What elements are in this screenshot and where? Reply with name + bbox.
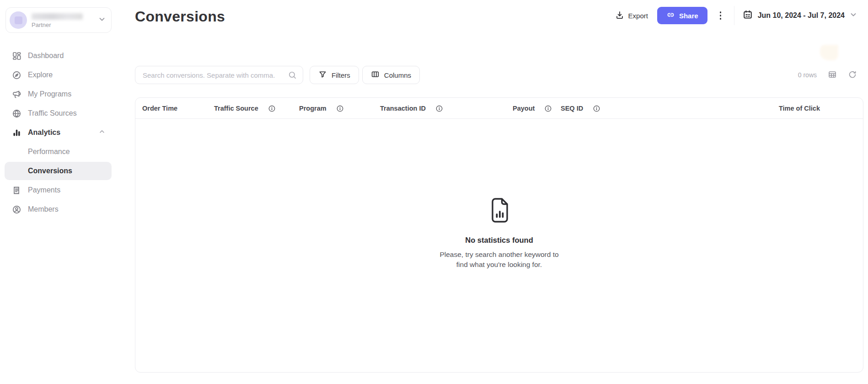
column-header-transaction-id: Transaction ID	[380, 98, 443, 119]
columns-label: Columns	[384, 71, 411, 79]
table-toolbar: Filters Columns 0 rows	[135, 66, 858, 84]
sidebar-item-analytics[interactable]: Analytics	[5, 123, 112, 142]
column-header-time-of-click: Time of Click	[779, 98, 820, 119]
empty-state-message-line2: find what you're looking for.	[456, 261, 542, 268]
header-actions: Export Share Jun 10, 2024 - Jul 7,	[613, 6, 858, 25]
rows-count: 0 rows	[798, 71, 817, 79]
receipt-icon	[12, 186, 21, 195]
conversions-table: Order Time Traffic Source Program	[135, 97, 863, 373]
conversions-page: Partner Dashboard	[0, 0, 868, 384]
table-grid-icon	[828, 70, 837, 80]
no-statistics-document-icon	[488, 197, 510, 226]
dashboard-grid-icon	[12, 51, 21, 61]
column-label: Transaction ID	[380, 105, 426, 112]
chevron-up-icon	[99, 128, 105, 137]
faint-artifact	[820, 45, 838, 60]
more-options-button[interactable]	[715, 7, 727, 24]
column-label: Traffic Source	[214, 105, 258, 112]
column-header-program: Program	[299, 98, 343, 119]
empty-state-message: Please, try search another keyword to fi…	[439, 250, 558, 270]
sidebar-item-label: Dashboard	[28, 52, 64, 60]
member-icon	[12, 205, 21, 214]
info-icon[interactable]	[593, 105, 600, 112]
info-icon[interactable]	[545, 105, 552, 112]
share-button[interactable]: Share	[657, 7, 707, 24]
sidebar-item-label: My Programs	[28, 90, 71, 98]
info-icon[interactable]	[337, 105, 343, 112]
chevron-down-icon	[850, 11, 857, 20]
date-range-label: Jun 10, 2024 - Jul 7, 2024	[758, 11, 845, 20]
empty-state-title: No statistics found	[465, 236, 533, 245]
column-label: SEQ ID	[561, 105, 583, 112]
account-role-label: Partner	[32, 21, 98, 28]
funnel-icon	[318, 70, 327, 80]
sidebar-item-label: Analytics	[28, 128, 60, 137]
account-switcher[interactable]: Partner	[5, 7, 112, 33]
megaphone-icon	[12, 90, 21, 99]
info-icon[interactable]	[268, 105, 275, 112]
search-box	[135, 66, 303, 84]
account-name-redacted	[32, 13, 83, 20]
column-label: Time of Click	[779, 105, 820, 112]
bar-chart-icon	[12, 128, 21, 138]
filters-button[interactable]: Filters	[310, 66, 359, 84]
sidebar-item-conversions[interactable]: Conversions	[5, 162, 112, 180]
sidebar-item-label: Payments	[28, 186, 60, 194]
column-label: Program	[299, 105, 327, 112]
column-label: Order Time	[142, 105, 177, 112]
compass-icon	[12, 70, 21, 80]
table-density-button[interactable]	[827, 69, 838, 81]
avatar	[10, 11, 27, 29]
chevron-down-icon	[98, 16, 106, 25]
search-input[interactable]	[135, 66, 303, 84]
sidebar-item-label: Performance	[28, 148, 70, 156]
sidebar: Partner Dashboard	[0, 0, 116, 384]
header-divider	[734, 6, 734, 25]
export-label: Export	[628, 12, 648, 20]
sidebar-item-payments[interactable]: Payments	[5, 181, 112, 199]
info-icon[interactable]	[436, 105, 443, 112]
sidebar-item-performance[interactable]: Performance	[5, 143, 112, 161]
table-header-row: Order Time Traffic Source Program	[135, 98, 863, 119]
columns-button[interactable]: Columns	[362, 66, 420, 84]
sidebar-nav: Dashboard Explore	[0, 46, 116, 219]
sidebar-item-traffic-sources[interactable]: Traffic Sources	[5, 104, 112, 123]
column-label: Payout	[513, 105, 535, 112]
column-header-order-time: Order Time	[142, 98, 177, 119]
calendar-icon	[743, 10, 753, 21]
download-icon	[615, 11, 624, 21]
account-meta: Partner	[32, 12, 98, 28]
sidebar-item-label: Traffic Sources	[28, 109, 77, 117]
export-button[interactable]: Export	[613, 8, 650, 24]
globe-icon	[12, 109, 21, 118]
share-label: Share	[679, 12, 698, 20]
sidebar-item-my-programs[interactable]: My Programs	[5, 85, 112, 103]
sidebar-item-members[interactable]: Members	[5, 200, 112, 219]
refresh-icon	[848, 70, 857, 80]
sidebar-item-explore[interactable]: Explore	[5, 66, 112, 84]
sidebar-item-label: Explore	[28, 71, 53, 79]
empty-state-message-line1: Please, try search another keyword to	[439, 251, 558, 258]
sidebar-item-label: Conversions	[28, 167, 72, 175]
columns-icon	[371, 70, 380, 80]
filters-label: Filters	[332, 71, 350, 79]
refresh-button[interactable]	[847, 69, 858, 81]
sidebar-item-label: Members	[28, 205, 59, 213]
empty-state: No statistics found Please, try search a…	[439, 119, 558, 270]
column-header-payout: Payout	[513, 98, 552, 119]
date-range-picker[interactable]: Jun 10, 2024 - Jul 7, 2024	[742, 8, 858, 23]
page-title: Conversions	[135, 8, 225, 25]
link-icon	[666, 11, 675, 21]
column-header-seq-id: SEQ ID	[561, 98, 600, 119]
column-header-traffic-source: Traffic Source	[214, 98, 275, 119]
sidebar-item-dashboard[interactable]: Dashboard	[5, 47, 112, 65]
table-body: No statistics found Please, try search a…	[135, 119, 863, 373]
search-icon	[288, 71, 297, 81]
